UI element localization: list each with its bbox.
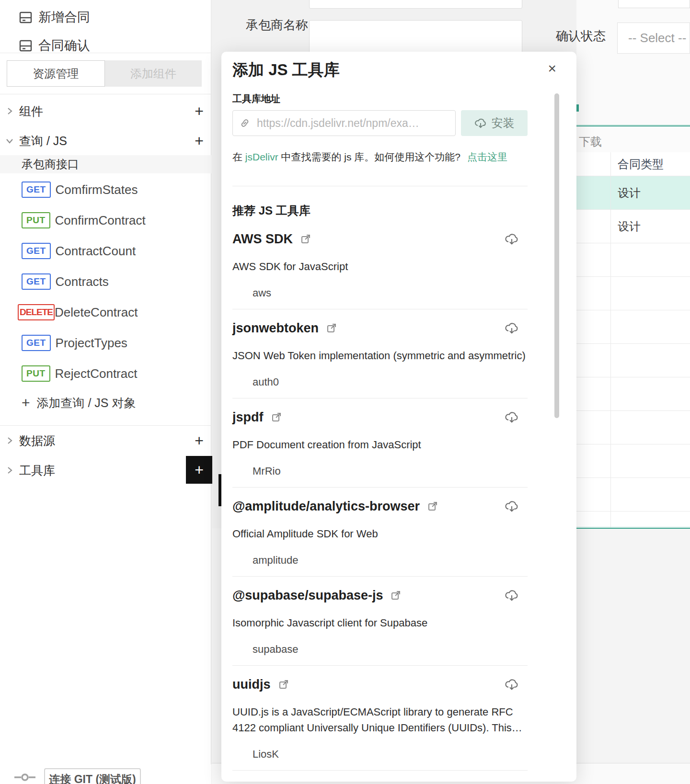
library-url-input[interactable] [257,117,448,130]
external-link-icon[interactable] [300,234,311,244]
tab-resource-management[interactable]: 资源管理 [7,60,105,87]
jsdelivr-link[interactable]: jsDelivr [245,151,278,162]
download-library-icon[interactable] [505,232,519,248]
tree-section-datasources[interactable]: 数据源 + [0,430,211,451]
api-name: ContractCount [56,244,136,259]
library-url-label: 工具库地址 [232,92,280,105]
query-group-contractor-api[interactable]: 承包商接口 [0,155,211,173]
form-input-top-right[interactable] [618,0,690,8]
git-branch-icon [14,771,35,784]
confirm-status-select[interactable]: -- Select -- [617,23,690,54]
library-description: Official Amplitude SDK for Web [232,526,527,542]
download-library-icon[interactable] [505,677,519,693]
tree-section-components[interactable]: 组件 + [0,101,211,122]
divider [0,425,211,426]
table-row-empty[interactable] [576,411,690,444]
link-icon [240,118,250,128]
external-link-icon[interactable] [427,501,438,511]
add-component-button[interactable]: + [195,104,204,118]
external-link-icon[interactable] [278,679,289,690]
method-badge: GET [22,182,51,198]
external-link-icon[interactable] [326,323,337,333]
api-item-deletecontract[interactable]: DELETE DeleteContract [0,303,211,322]
tree-section-label: 数据源 [19,433,55,449]
library-entry-uuidjs: uuidjs UUID.js is a JavaScript/ECMAScrip… [232,666,528,771]
modal-scrollbar[interactable] [554,93,559,418]
table-cell-contract-type: 设计 [611,210,690,243]
form-panel [576,0,690,127]
library-name: jsonwebtoken [232,321,319,336]
library-name: jspdf [232,410,264,425]
table-row-empty[interactable] [576,377,690,411]
tree-section-libraries[interactable]: 工具库 [0,460,211,481]
api-item-projecttypes[interactable]: GET ProjectTypes [0,333,211,352]
widget-selection-handle [576,104,579,112]
git-footer: 连接 GIT (测试版) [0,764,211,784]
query-group-label: 承包商接口 [22,157,79,172]
api-item-contracts[interactable]: GET Contracts [0,272,211,291]
table-row-empty[interactable] [576,277,690,310]
library-author: aws [253,287,528,299]
add-datasource-button[interactable]: + [195,433,204,448]
download-library-icon[interactable] [505,410,519,426]
api-item-confirmcontract[interactable]: PUT ConfirmContract [0,211,211,230]
table-row-empty[interactable] [576,478,690,511]
library-entry-jspdf: jspdf PDF Document creation from JavaScr… [232,398,528,488]
library-description: PDF Document creation from JavaScript [232,437,527,453]
widget-selection-border-bottom [576,527,690,529]
library-url-field[interactable] [232,110,456,136]
add-query-js-object-button[interactable]: + 添加查询 / JS 对象 [22,395,136,411]
click-here-link[interactable]: 点击这里 [467,151,507,162]
tree-section-query-js[interactable]: 查询 / JS + [0,130,211,151]
contractor-name-label: 承包商名称 [242,13,308,37]
external-link-icon[interactable] [391,590,401,601]
page-item-label: 新增合同 [38,9,90,26]
library-author: amplitude [253,554,528,567]
page-item-contract-confirm[interactable]: 合同确认 [19,38,90,53]
download-library-icon[interactable] [505,588,519,604]
api-item-comfirmstates[interactable]: GET ComfirmStates [0,180,211,199]
help-prefix: 在 [232,151,245,162]
table-row-empty[interactable] [576,243,690,277]
cloud-download-icon [474,117,487,129]
form-input-partial[interactable] [309,0,522,9]
method-badge: PUT [22,365,50,382]
table-row[interactable]: 设计 [576,176,690,210]
download-library-icon[interactable] [505,321,519,337]
library-author: auth0 [253,376,528,388]
divider [0,53,211,53]
download-label[interactable]: 下载 [579,134,602,149]
add-query-button[interactable]: + [195,134,204,148]
page-icon [19,11,32,24]
library-author: LiosK [253,748,528,761]
tab-add-component[interactable]: 添加组件 [105,60,202,87]
table-row-empty[interactable] [576,444,690,478]
api-name: ConfirmContract [55,213,146,228]
method-badge: GET [22,335,51,351]
tree-section-label: 工具库 [19,463,55,478]
library-name: @amplitude/analytics-browser [232,499,420,514]
external-link-icon[interactable] [271,412,282,422]
api-item-contractcount[interactable]: GET ContractCount [0,241,211,261]
add-library-button[interactable]: + [186,456,212,484]
page-item-new-contract[interactable]: 新增合同 [19,9,90,26]
install-label: 安装 [492,115,515,131]
library-entry-supabase: @supabase/supabase-js Isomorphic Javascr… [232,577,528,666]
download-library-icon[interactable] [505,499,519,515]
close-icon[interactable]: × [548,61,556,76]
connect-git-button[interactable]: 连接 GIT (测试版) [44,768,141,784]
table-row[interactable]: 设计 [576,210,690,243]
library-author: MrRio [253,465,528,477]
library-name: uuidjs [232,677,271,692]
table-row-empty[interactable] [576,511,690,528]
table-header-contract-type: 合同类型 [611,152,690,176]
library-entry-jsonwebtoken: jsonwebtoken JSON Web Token implementati… [232,309,528,398]
confirm-status-label: 确认状态 [556,28,606,45]
contracts-table: 合同类型 设计 设计 [576,152,690,528]
api-item-rejectcontract[interactable]: PUT RejectContract [0,364,211,383]
install-button[interactable]: 安装 [461,110,528,136]
table-row-empty[interactable] [576,310,690,344]
table-row-empty[interactable] [576,344,690,377]
table-header-row: 合同类型 [576,152,690,176]
library-description: AWS SDK for JavaScript [232,259,527,274]
